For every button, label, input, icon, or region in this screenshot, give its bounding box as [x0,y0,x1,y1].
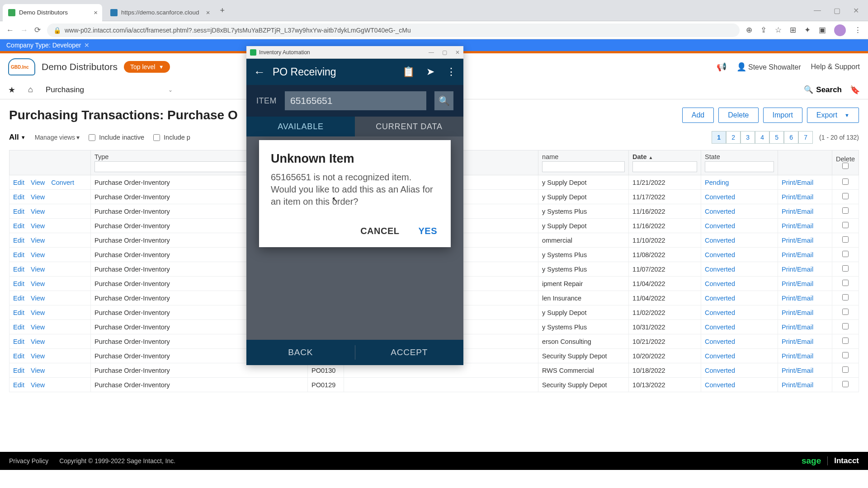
delete-button[interactable]: Delete [718,108,758,123]
entity-selector[interactable]: Top level ▼ [124,61,170,73]
col-label[interactable]: name [542,153,625,160]
col-label[interactable]: Date [632,153,646,160]
module-dropdown[interactable]: Purchasing [46,85,84,94]
tab-current-data[interactable]: CURRENT DATA [355,117,463,136]
edit-link[interactable]: Edit [13,193,24,201]
panel-icon[interactable]: ▣ [819,25,826,35]
bookmark-icon[interactable]: ☆ [775,25,782,35]
state-link[interactable]: Converted [705,309,735,316]
accept-button[interactable]: ACCEPT [355,340,464,365]
view-link[interactable]: View [31,280,45,287]
state-link[interactable]: Converted [705,280,735,287]
view-link[interactable]: View [31,381,45,389]
maximize-icon[interactable]: ▢ [834,6,840,15]
printemail-link[interactable]: Print/Email [782,352,813,360]
maximize-icon[interactable]: ▢ [442,49,447,56]
printemail-link[interactable]: Print/Email [782,309,813,316]
search-button[interactable]: 🔍 [434,91,453,110]
row-checkbox[interactable] [842,294,849,300]
edit-link[interactable]: Edit [13,280,24,287]
state-link[interactable]: Converted [705,208,735,215]
printemail-link[interactable]: Print/Email [782,266,813,273]
send-icon[interactable]: ➤ [426,66,434,78]
view-link[interactable]: View [31,179,45,186]
page-button[interactable]: 6 [784,131,798,144]
view-dropdown[interactable]: All ▼ [9,133,26,142]
user-menu[interactable]: 👤 Steve Showalter [736,62,801,72]
row-checkbox[interactable] [842,381,849,387]
browser-tab-active[interactable]: Demo Distributors × [3,4,102,21]
row-checkbox[interactable] [842,323,849,329]
edit-link[interactable]: Edit [13,367,24,374]
state-link[interactable]: Converted [705,266,735,273]
minimize-icon[interactable]: — [814,6,821,15]
checkbox-input[interactable] [153,134,160,141]
extension-icon[interactable]: ⊞ [790,25,796,35]
state-link[interactable]: Converted [705,352,735,360]
col-label[interactable]: State [705,153,774,160]
state-link[interactable]: Pending [705,179,729,186]
menu-icon[interactable]: ⋮ [854,25,862,35]
printemail-link[interactable]: Print/Email [782,208,813,215]
new-tab-button[interactable]: + [220,6,225,15]
filter-input[interactable] [542,161,625,172]
state-link[interactable]: Converted [705,237,735,244]
more-icon[interactable]: ⋮ [446,66,456,78]
zoom-icon[interactable]: ⊕ [746,25,752,35]
close-icon[interactable]: ✕ [853,6,859,15]
announcements-icon[interactable]: 📢 [717,62,726,72]
company-logo[interactable] [8,58,35,75]
row-checkbox[interactable] [842,222,849,228]
view-link[interactable]: View [31,295,45,302]
printemail-link[interactable]: Print/Email [782,381,813,389]
export-button[interactable]: Export ▼ [807,108,859,123]
puzzle-icon[interactable]: ✦ [804,25,811,35]
close-icon[interactable]: × [94,9,98,16]
state-link[interactable]: Converted [705,324,735,331]
favorites-icon[interactable]: ★ [8,85,15,95]
row-checkbox[interactable] [842,280,849,286]
edit-link[interactable]: Edit [13,309,24,316]
row-checkbox[interactable] [842,265,849,272]
close-icon[interactable]: × [206,9,210,16]
tab-available[interactable]: AVAILABLE [246,117,355,136]
manage-views-link[interactable]: Manage views ▾ [35,134,80,141]
state-link[interactable]: Converted [705,295,735,302]
browser-tab-inactive[interactable]: https://demo.scanforce.cloud × [105,4,215,21]
filter-input[interactable] [632,161,697,172]
view-link[interactable]: View [31,193,45,201]
view-link[interactable]: View [31,338,45,345]
col-label[interactable]: Delete [836,155,855,163]
edit-link[interactable]: Edit [13,266,24,273]
reload-icon[interactable]: ⟳ [34,25,41,35]
profile-avatar[interactable] [834,24,846,36]
include-inactive-checkbox[interactable]: Include inactive [89,134,144,141]
view-link[interactable]: View [31,208,45,215]
window-titlebar[interactable]: Inventory Automation — ▢ ✕ [246,46,463,59]
printemail-link[interactable]: Print/Email [782,237,813,244]
view-link[interactable]: View [31,324,45,331]
row-checkbox[interactable] [842,309,849,315]
printemail-link[interactable]: Print/Email [782,324,813,331]
page-button[interactable]: 7 [798,131,813,144]
edit-link[interactable]: Edit [13,222,24,230]
view-link[interactable]: View [31,222,45,230]
checkbox-input[interactable] [89,134,95,141]
add-button[interactable]: Add [682,108,714,123]
view-link[interactable]: View [31,309,45,316]
minimize-icon[interactable]: — [429,49,434,56]
printemail-link[interactable]: Print/Email [782,338,813,345]
import-button[interactable]: Import [763,108,802,123]
cancel-button[interactable]: CANCEL [359,223,401,239]
item-input[interactable]: 65165651 [285,91,426,110]
help-link[interactable]: Help & Support [811,63,860,71]
row-checkbox[interactable] [842,251,849,257]
home-icon[interactable]: ⌂ [28,85,33,94]
back-button[interactable]: BACK [246,340,355,365]
close-icon[interactable]: ✕ [84,42,90,49]
edit-link[interactable]: Edit [13,208,24,215]
edit-link[interactable]: Edit [13,338,24,345]
printemail-link[interactable]: Print/Email [782,179,813,186]
back-icon[interactable]: ← [254,65,265,79]
page-button[interactable]: 3 [741,131,755,144]
